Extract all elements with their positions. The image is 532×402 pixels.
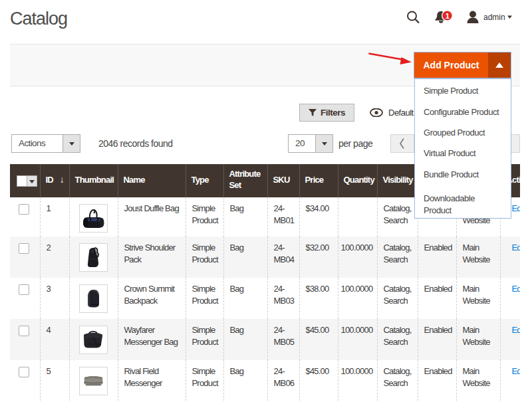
svg-text:1: 1 bbox=[446, 12, 450, 20]
svg-text:admin: admin bbox=[483, 13, 505, 22]
